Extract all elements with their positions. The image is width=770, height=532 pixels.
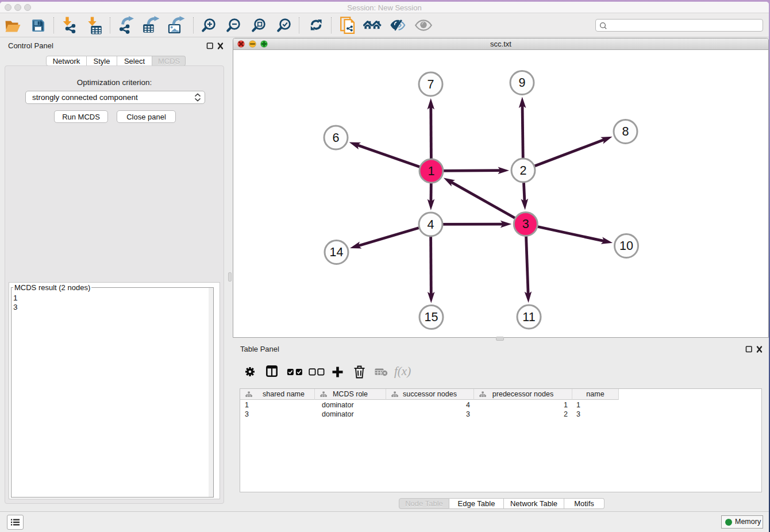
svg-text:11: 11	[522, 310, 535, 324]
svg-text:1: 1	[428, 164, 435, 178]
svg-text:2: 2	[520, 164, 527, 178]
svg-text:3: 3	[522, 217, 529, 231]
svg-text:8: 8	[622, 125, 629, 138]
svg-text:6: 6	[333, 131, 340, 145]
svg-text:14: 14	[330, 245, 344, 259]
svg-text:9: 9	[519, 76, 526, 90]
svg-text:10: 10	[619, 239, 633, 253]
svg-text:7: 7	[428, 78, 434, 91]
svg-text:15: 15	[425, 310, 438, 324]
svg-text:4: 4	[428, 218, 434, 232]
